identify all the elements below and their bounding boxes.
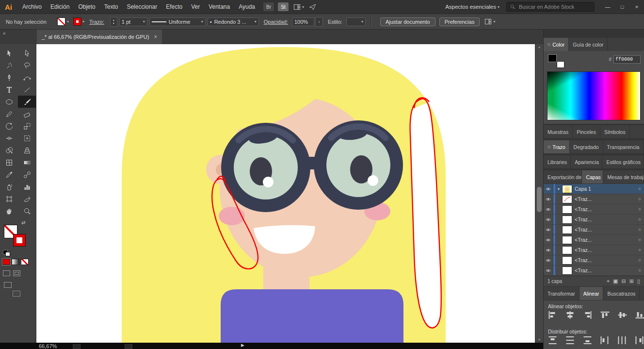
align-left-icon[interactable] (548, 311, 557, 319)
layer-name[interactable]: <Traz... (575, 216, 635, 222)
edit-toolbar-button[interactable]: ··· (13, 291, 20, 297)
tool-mesh[interactable] (0, 156, 18, 168)
opacity-expand-button[interactable]: › (315, 17, 323, 27)
tool-gradient[interactable] (18, 156, 36, 168)
tool-lasso[interactable] (18, 59, 36, 71)
tool-line-segment[interactable] (18, 83, 36, 96)
menu-ayuda[interactable]: Ayuda (234, 3, 259, 10)
tool-direct-selection[interactable] (18, 47, 36, 59)
layer-row[interactable]: <Traz... ○ (544, 225, 644, 235)
tool-shape-builder[interactable] (0, 144, 18, 156)
visibility-toggle[interactable] (544, 215, 553, 224)
play-icon[interactable]: ▶ (241, 343, 244, 348)
new-layer-icon[interactable]: ⊞ (629, 278, 634, 284)
scroll-down-icon[interactable]: ▾ (535, 338, 543, 342)
stroke-weight-select[interactable]: 1 pt ▾ (119, 17, 147, 26)
layer-name[interactable]: <Traz... (575, 247, 635, 253)
layer-thumbnail[interactable] (562, 236, 572, 244)
tool-pen[interactable] (0, 71, 18, 83)
close-window-button[interactable]: × (629, 4, 644, 10)
artboard-canvas[interactable] (36, 44, 535, 343)
tab-simbolos[interactable]: Símbolos (600, 125, 630, 138)
adobe-stock-search[interactable] (506, 2, 595, 12)
target-icon[interactable]: ○ (635, 207, 644, 212)
tool-artboard[interactable] (0, 193, 18, 205)
delete-layer-icon[interactable]: ▯ (637, 278, 640, 284)
stroke-swatch[interactable] (14, 234, 25, 246)
tool-pencil[interactable] (0, 108, 18, 120)
target-icon[interactable]: ○ (635, 186, 644, 191)
search-input[interactable] (518, 3, 591, 10)
scrollbar-thumb[interactable] (537, 187, 542, 212)
share-button[interactable] (309, 3, 316, 11)
expand-layer-icon[interactable]: ▼ (555, 187, 562, 191)
visibility-toggle[interactable] (544, 204, 553, 214)
tab-muestras[interactable]: Muestras (544, 125, 573, 138)
scroll-up-icon[interactable]: ▴ (535, 45, 543, 49)
width-profile-select[interactable]: Uniforme ▾ (149, 17, 206, 26)
visibility-toggle[interactable] (544, 255, 553, 265)
distribute-vcenter-icon[interactable] (565, 336, 575, 344)
layer-thumbnail[interactable] (562, 185, 572, 193)
arrange-documents-button[interactable]: ▾ (293, 3, 304, 11)
draw-normal-button[interactable] (3, 270, 10, 276)
align-top-icon[interactable] (600, 311, 610, 319)
workspace-switcher[interactable]: Aspectos esenciales ▾ (445, 4, 499, 10)
tool-magic-wand[interactable] (0, 59, 18, 71)
layer-thumbnail[interactable] (562, 195, 572, 203)
brush-definition-select[interactable]: • Redondo 3 ... ▾ (208, 17, 259, 26)
layer-thumbnail[interactable] (562, 256, 572, 265)
tab-exportacion[interactable]: Exportación de (544, 170, 582, 183)
tool-slice[interactable] (18, 193, 36, 205)
layer-row[interactable]: <Traz... ○ (544, 215, 644, 225)
tab-color[interactable]: ◇ Color (544, 38, 569, 51)
tool-width[interactable] (0, 132, 18, 144)
none-button[interactable] (21, 259, 29, 265)
menu-ventana[interactable]: Ventana (204, 3, 234, 10)
layer-row[interactable]: ▼ Capa 1 ○ (544, 184, 644, 194)
tab-transparencia[interactable]: Transparencia (603, 140, 644, 153)
document-tab[interactable]: _* al 66,67% (RGB/Previsualización de GP… (37, 30, 162, 44)
minimize-button[interactable]: — (600, 4, 615, 10)
visibility-toggle[interactable] (544, 235, 553, 245)
layer-name[interactable]: <Traz... (575, 257, 635, 263)
default-fill-stroke-icon[interactable] (3, 250, 10, 256)
layer-name[interactable]: <Traz... (575, 237, 635, 243)
tab-buscatrazos[interactable]: Buscatrazos (603, 287, 640, 300)
target-icon[interactable]: ○ (635, 227, 644, 232)
tool-eyedropper[interactable] (0, 168, 18, 181)
menu-archivo[interactable]: Archivo (18, 3, 46, 10)
target-icon[interactable]: ○ (635, 268, 644, 273)
menu-texto[interactable]: Texto (100, 3, 123, 10)
visibility-toggle[interactable] (544, 194, 553, 204)
tool-symbol-sprayer[interactable] (0, 181, 18, 193)
tab-apariencia[interactable]: Apariencia (571, 155, 602, 168)
layer-row[interactable]: <Traz... ○ (544, 204, 644, 215)
hex-input[interactable] (613, 55, 641, 64)
layer-name[interactable]: <Traz... (575, 227, 635, 233)
tab-degradado[interactable]: Degradado (570, 140, 603, 153)
align-hcenter-icon[interactable] (565, 311, 575, 319)
draw-inside-button[interactable] (13, 270, 20, 276)
layer-thumbnail[interactable] (562, 246, 572, 254)
layer-name[interactable]: <Traz... (575, 267, 635, 273)
maximize-button[interactable]: □ (615, 4, 629, 10)
fit-document-button[interactable]: Ajustar documento (380, 17, 435, 26)
tab-mesas-de-trabajo[interactable]: Mesas de trabaj (603, 170, 644, 183)
locate-object-icon[interactable]: ⌖ (607, 278, 610, 284)
fill-color-picker[interactable]: ▾ (57, 17, 69, 26)
target-icon[interactable]: ○ (635, 217, 644, 222)
layer-thumbnail[interactable] (562, 226, 572, 234)
visibility-toggle[interactable] (544, 266, 553, 275)
tool-blend[interactable] (18, 168, 36, 181)
document-setup-button[interactable]: ▾ (484, 18, 495, 25)
menu-edicion[interactable]: Edición (46, 3, 74, 10)
make-mask-icon[interactable]: ▣ (613, 278, 618, 284)
color-spectrum[interactable] (547, 71, 641, 120)
menu-ver[interactable]: Ver (187, 3, 204, 10)
gradient-button[interactable] (12, 259, 19, 265)
target-icon[interactable]: ○ (635, 197, 644, 201)
preferences-button[interactable]: Preferencias (439, 17, 480, 26)
layer-name[interactable]: <Traz... (575, 206, 635, 212)
layer-row[interactable]: <Traz... ○ (544, 245, 644, 255)
